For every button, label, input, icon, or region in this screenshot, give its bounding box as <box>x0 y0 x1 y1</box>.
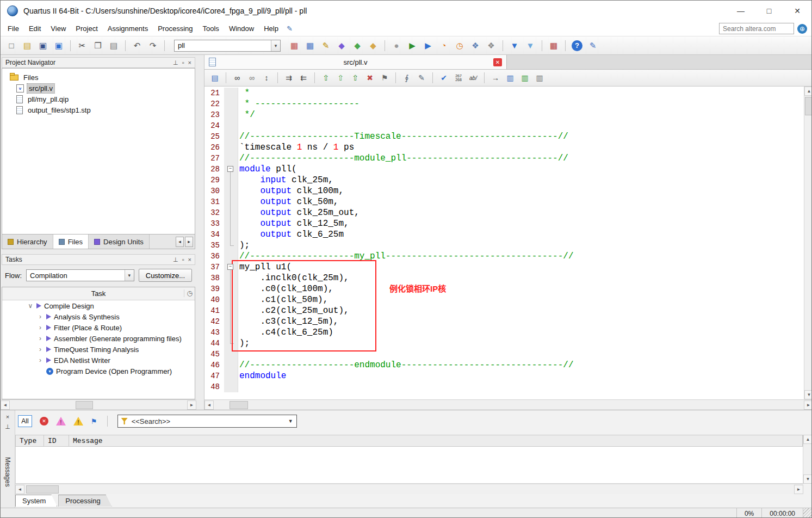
doc-book-icon[interactable]: ▥ <box>534 72 546 84</box>
close-icon[interactable]: × <box>188 59 191 66</box>
fold-margin[interactable] <box>224 131 238 142</box>
messages-vertical-scrollbar[interactable]: ▲ ▼ <box>803 435 812 484</box>
tab-close-icon[interactable]: ✕ <box>493 58 502 66</box>
scroll-up-icon[interactable]: ▲ <box>804 87 812 96</box>
comment-icon[interactable]: ⇧ <box>320 72 332 84</box>
tab-design-units[interactable]: Design Units <box>89 235 150 249</box>
menu-item-assignments[interactable]: Assignments <box>103 22 153 35</box>
close-button[interactable]: ✕ <box>783 1 811 21</box>
editor-tab[interactable]: src/pll.v ✕ <box>204 55 507 69</box>
fold-collapse-icon[interactable]: − <box>227 264 233 270</box>
fold-margin[interactable]: − <box>224 164 238 175</box>
detach-window-icon[interactable]: ▤ <box>209 72 221 84</box>
menu-item-tools[interactable]: Tools <box>198 22 224 35</box>
next-bookmark-icon[interactable]: ⚑ <box>379 72 390 84</box>
compile-design-icon[interactable]: ◆ <box>335 39 348 52</box>
menu-item-processing[interactable]: Processing <box>153 22 197 35</box>
scrollbar-thumb[interactable] <box>26 485 59 494</box>
filter-all-button[interactable]: All <box>18 415 32 427</box>
stop-icon[interactable]: ● <box>390 39 403 52</box>
syntax-check-icon[interactable]: ✔ <box>438 72 450 84</box>
chevron-right-icon[interactable]: › <box>37 335 44 342</box>
tech-map-viewer-icon[interactable]: ❖ <box>485 39 498 52</box>
chevron-down-icon[interactable]: ∨ <box>27 302 34 310</box>
float-icon[interactable]: ▫ <box>182 59 184 66</box>
chevron-right-icon[interactable]: › <box>37 313 44 320</box>
error-filter-icon[interactable]: ✕ <box>40 417 48 425</box>
scroll-up-icon[interactable]: ▲ <box>803 435 812 444</box>
find-next-icon[interactable]: ∞ <box>246 72 258 84</box>
file-tree-item[interactable]: output_files/stp1.stp <box>2 104 195 115</box>
tab-scroll-left-icon[interactable]: ◂ <box>176 237 184 247</box>
attach-icon[interactable]: ∮ <box>401 72 413 84</box>
fold-margin[interactable] <box>224 294 238 305</box>
analysis-synthesis-icon[interactable]: ◆ <box>351 39 364 52</box>
scroll-left-icon[interactable]: ◄ <box>204 400 214 410</box>
messages-tab-system[interactable]: System <box>15 495 57 507</box>
chevron-right-icon[interactable]: › <box>37 356 44 364</box>
fold-margin[interactable] <box>224 327 238 338</box>
fold-margin[interactable] <box>224 240 238 251</box>
paste-icon[interactable]: ▤ <box>107 39 120 52</box>
scrollbar-thumb[interactable] <box>805 97 812 115</box>
fold-margin[interactable] <box>224 186 238 196</box>
scroll-down-icon[interactable]: ▼ <box>804 390 812 399</box>
globe-icon[interactable]: ⊕ <box>797 24 807 34</box>
chip-planner-icon[interactable]: ▦ <box>547 39 560 52</box>
redo-icon[interactable]: ↷ <box>146 39 159 52</box>
uncomment-icon[interactable]: ⇧ <box>334 72 346 84</box>
new-file-icon[interactable]: □ <box>5 39 18 52</box>
feedback-icon[interactable]: ✎ <box>586 39 599 52</box>
info-flag-icon[interactable]: ⚑ <box>91 417 97 425</box>
fold-margin[interactable] <box>224 142 238 153</box>
fold-margin[interactable]: − <box>224 262 238 273</box>
indent-icon[interactable]: ⇉ <box>283 72 295 84</box>
pin-planner-icon[interactable]: ▦ <box>303 39 317 52</box>
close-icon[interactable]: × <box>1 414 15 420</box>
undo-icon[interactable]: ↶ <box>131 39 144 52</box>
fold-collapse-icon[interactable]: − <box>227 166 233 172</box>
template-icon[interactable]: ▥ <box>504 72 516 84</box>
left-panel-hscrollbar[interactable]: ◄ ► <box>1 399 196 410</box>
script-icon[interactable]: ✎ <box>287 24 293 33</box>
fold-margin[interactable] <box>224 273 238 283</box>
fold-margin[interactable] <box>224 207 238 218</box>
find-icon[interactable]: ∞ <box>231 72 243 84</box>
menu-item-view[interactable]: View <box>46 22 71 35</box>
message-search-select[interactable]: <<Search>> ▼ <box>117 415 297 428</box>
tab-files[interactable]: Files <box>53 235 89 249</box>
task-item[interactable]: ›Analysis & Synthesis <box>2 311 195 322</box>
fold-margin[interactable] <box>224 175 238 186</box>
fold-margin[interactable] <box>224 88 238 98</box>
task-item[interactable]: ›Assembler (Generate programming files) <box>2 333 195 344</box>
fold-margin[interactable] <box>224 349 238 360</box>
file-tree-item[interactable]: pll/my_pll.qip <box>2 94 195 104</box>
rtl-viewer-icon[interactable]: ❖ <box>469 39 482 52</box>
tab-hierarchy[interactable]: Hierarchy <box>2 235 53 249</box>
code-editor[interactable]: 21 *22 * --------------------23 */2425//… <box>204 87 804 399</box>
maximize-button[interactable]: □ <box>755 1 783 21</box>
save-all-icon[interactable]: ▣ <box>52 39 65 52</box>
fold-margin[interactable] <box>224 316 238 327</box>
customize-button[interactable]: Customize... <box>139 269 192 282</box>
fold-margin[interactable] <box>224 381 238 392</box>
warning-filter-icon[interactable]: ! <box>73 417 83 425</box>
fold-margin[interactable] <box>224 360 238 371</box>
task-item[interactable]: ›TimeQuest Timing Analysis <box>2 344 195 355</box>
convert-programming-icon[interactable]: ▼ <box>524 39 537 52</box>
menu-item-help[interactable]: Help <box>259 22 283 35</box>
pin-icon[interactable]: ⊥ <box>1 423 15 430</box>
scrollbar-thumb[interactable] <box>76 401 93 409</box>
word-wrap-icon[interactable]: ab/ <box>467 72 479 84</box>
editor-horizontal-scrollbar[interactable]: ◄ ► <box>204 399 812 410</box>
minimize-button[interactable]: — <box>727 1 755 21</box>
menu-item-file[interactable]: File <box>3 22 24 35</box>
design-partition-icon[interactable]: ✎ <box>319 39 332 52</box>
menu-item-project[interactable]: Project <box>71 22 102 35</box>
copy-icon[interactable]: ❐ <box>91 39 104 52</box>
critical-warning-filter-icon[interactable]: ! <box>56 417 66 425</box>
stopwatch-icon[interactable]: ◷ <box>453 39 466 52</box>
tab-scroll-right-icon[interactable]: ▸ <box>185 237 193 247</box>
programmer-icon[interactable]: ▼ <box>508 39 521 52</box>
open-file-icon[interactable]: ▤ <box>21 39 34 52</box>
